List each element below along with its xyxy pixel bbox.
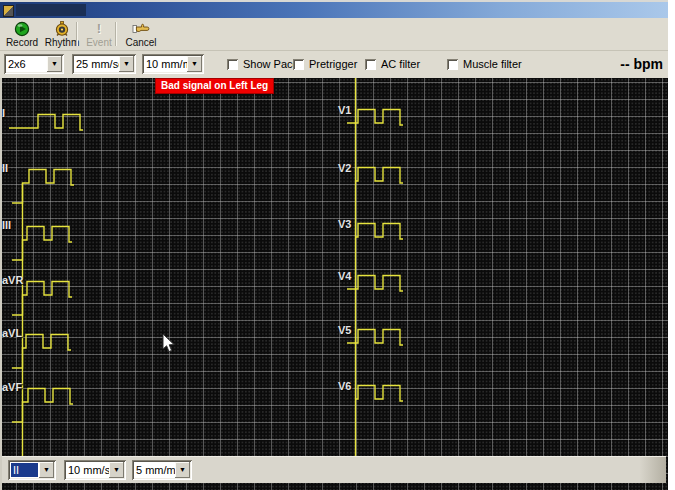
ac-filter-checkbox[interactable]: AC filter: [365, 58, 420, 71]
pretrigger-checkbox[interactable]: Pretrigger: [293, 58, 357, 71]
lead-label: II: [2, 162, 8, 174]
chevron-down-icon[interactable]: ▼: [109, 462, 124, 478]
rhythm-gain-select[interactable]: 5 mm/mV ▼: [132, 460, 192, 480]
layout-select[interactable]: 2x6 ▼: [4, 54, 64, 74]
event-button-label: Event: [86, 37, 112, 48]
lead-label: V1: [338, 104, 351, 116]
muscle-filter-checkbox[interactable]: Muscle filter: [447, 58, 522, 71]
rhythm-button-label: Rhythm: [45, 37, 79, 48]
lead-label: aVR: [2, 274, 23, 286]
rhythm-strip-bar: II ▼ 10 mm/sec ▼ 5 mm/mV ▼: [2, 456, 666, 483]
lead-label: aVL: [2, 327, 22, 339]
cancel-icon: [120, 21, 162, 37]
muscle-filter-label: Muscle filter: [463, 58, 522, 70]
chevron-down-icon[interactable]: ▼: [187, 56, 202, 72]
ac-filter-label: AC filter: [381, 58, 420, 70]
cancel-button[interactable]: Cancel: [120, 20, 162, 49]
event-icon: !: [82, 21, 116, 37]
gain-select[interactable]: 10 mm/mV ▼: [142, 54, 204, 74]
rhythm-lead-select[interactable]: II ▼: [8, 460, 56, 480]
record-button-label: Record: [6, 37, 38, 48]
lead-label: III: [2, 219, 11, 231]
ecg-grid: Bad signal on Left Leg IIIIIIaVRaVLaVFV1…: [0, 78, 668, 490]
mouse-cursor: [162, 333, 176, 354]
speed-select[interactable]: 25 mm/sec ▼: [72, 54, 136, 74]
settings-row: 2x6 ▼ 25 mm/sec ▼ 10 mm/mV ▼ Show Pacer …: [0, 51, 668, 78]
record-button[interactable]: Record: [2, 20, 42, 49]
cancel-button-label: Cancel: [125, 37, 156, 48]
rhythm-lead-select-value: II: [11, 463, 38, 477]
lead-label: V3: [338, 218, 351, 230]
lead-label: V6: [338, 380, 351, 392]
event-button[interactable]: ! Event: [82, 20, 116, 49]
chevron-down-icon[interactable]: ▼: [47, 56, 62, 72]
ecg-traces: [0, 78, 668, 490]
chevron-down-icon[interactable]: ▼: [39, 462, 54, 478]
lead-label: V2: [338, 162, 351, 174]
lead-label: V4: [338, 270, 351, 282]
rhythm-speed-select[interactable]: 10 mm/sec ▼: [64, 460, 126, 480]
title-bar[interactable]: [0, 2, 668, 18]
heart-rate-display: -- bpm: [620, 56, 663, 72]
chevron-down-icon[interactable]: ▼: [119, 56, 134, 72]
lead-label: I: [2, 107, 5, 119]
toolbar-separator: [115, 22, 117, 46]
lead-label: aVF: [2, 381, 22, 393]
layout-select-value: 2x6: [8, 58, 26, 70]
record-icon: [2, 21, 42, 37]
window-title-redacted: [16, 4, 86, 16]
chevron-down-icon[interactable]: ▼: [175, 462, 190, 478]
checkbox-box[interactable]: [447, 59, 458, 70]
app-icon: [3, 5, 14, 17]
show-pacer-checkbox[interactable]: Show Pacer: [227, 58, 302, 71]
window-frame-right: [668, 0, 675, 490]
bad-signal-banner: Bad signal on Left Leg: [155, 78, 274, 94]
checkbox-box[interactable]: [365, 59, 376, 70]
toolbar-separator: [76, 22, 78, 46]
pretrigger-label: Pretrigger: [309, 58, 357, 70]
ecg-app-window: Record Rhythm ! Event: [0, 0, 668, 490]
checkbox-box[interactable]: [227, 59, 238, 70]
main-toolbar: Record Rhythm ! Event: [0, 18, 668, 51]
lead-label: V5: [338, 324, 351, 336]
checkbox-box[interactable]: [293, 59, 304, 70]
